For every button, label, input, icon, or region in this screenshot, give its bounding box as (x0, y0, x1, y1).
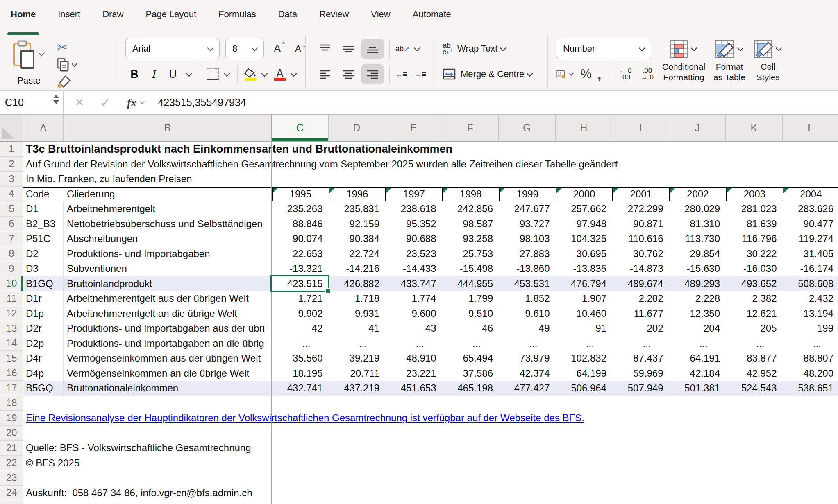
cell-E10[interactable]: 433.747 (385, 276, 442, 292)
cell-I10[interactable]: 489.674 (612, 276, 669, 292)
cell-I9[interactable]: -14.873 (612, 261, 669, 276)
cell-D14[interactable]: ... (329, 336, 386, 351)
cell-B5[interactable]: Arbeitnehmerentgelt (64, 201, 272, 217)
cell-D11[interactable]: 1.718 (329, 291, 386, 306)
cell-G17[interactable]: 477.427 (499, 381, 556, 396)
row-header-9[interactable]: 9 (0, 261, 23, 276)
column-header-E[interactable]: E (385, 115, 442, 142)
cell-J7[interactable]: 113.730 (669, 231, 726, 246)
cell-J12[interactable]: 12.350 (669, 306, 726, 321)
cell-B4[interactable]: Gliederung (64, 187, 272, 202)
cell-A17[interactable]: B5GQ (23, 381, 64, 396)
revision-analysis-link[interactable]: Eine Revisionsanalyse der Hauptindikator… (23, 411, 584, 426)
cell-C11[interactable]: 1.721 (272, 291, 329, 306)
cell-H16[interactable]: 64.199 (556, 366, 613, 381)
cell-D13[interactable]: 41 (329, 321, 386, 336)
cell-E16[interactable]: 23.221 (385, 366, 442, 381)
cell-D15[interactable]: 39.219 (329, 351, 386, 366)
cell-F10[interactable]: 444.955 (442, 276, 499, 292)
cell-D10[interactable]: 426.882 (329, 276, 386, 292)
row-header-7[interactable]: 7 (0, 231, 23, 246)
cell-J14[interactable]: ... (669, 336, 726, 351)
cell-C16[interactable]: 18.195 (272, 366, 329, 381)
freeze-pane-divider[interactable] (271, 115, 272, 504)
row-header-1[interactable]: 1 (0, 142, 23, 157)
font-color-chevron[interactable] (291, 70, 297, 77)
cell-K9[interactable]: -16.030 (726, 261, 783, 276)
cell-G5[interactable]: 247.677 (499, 201, 556, 217)
cell-J13[interactable]: 204 (669, 321, 726, 336)
cell-G4[interactable]: 1999 (499, 187, 556, 202)
cell-L15[interactable]: 88.807 (783, 351, 838, 366)
cell-F4[interactable]: 1998 (442, 187, 499, 202)
insert-function-icon[interactable]: fx (127, 96, 136, 109)
cell-J5[interactable]: 280.029 (669, 201, 726, 217)
cell-F16[interactable]: 37.586 (442, 366, 499, 381)
cell-A8[interactable]: D2 (23, 246, 64, 262)
cell-G12[interactable]: 9.610 (499, 306, 556, 321)
borders-button[interactable] (207, 68, 219, 80)
row-header-11[interactable]: 11 (0, 291, 23, 306)
paste-dropdown-chevron[interactable] (39, 50, 45, 57)
cell-J9[interactable]: -15.630 (669, 261, 726, 276)
cell-K17[interactable]: 524.543 (726, 381, 783, 396)
tab-data[interactable]: Data (278, 9, 297, 27)
cell-H11[interactable]: 1.907 (556, 291, 613, 306)
cell-E8[interactable]: 23.523 (385, 246, 442, 262)
cell-A13[interactable]: D2r (23, 321, 64, 336)
name-box[interactable]: C10 (0, 91, 64, 114)
cell-C5[interactable]: 235.263 (272, 201, 329, 217)
row-header-4[interactable]: 4 (0, 187, 23, 202)
cell-E14[interactable]: ... (385, 336, 442, 351)
tab-home[interactable]: Home (11, 9, 36, 27)
cell-H7[interactable]: 104.325 (556, 231, 613, 246)
cell-F17[interactable]: 465.198 (442, 381, 499, 396)
conditional-formatting-chevron[interactable] (691, 45, 697, 52)
cell-I17[interactable]: 507.949 (612, 381, 669, 396)
cell-B7[interactable]: Abschreibungen (64, 231, 272, 246)
cell-L5[interactable]: 283.626 (783, 201, 838, 217)
cell-C6[interactable]: 88.846 (272, 217, 329, 232)
align-center-button[interactable] (338, 64, 360, 84)
cell-G8[interactable]: 27.883 (499, 246, 556, 262)
cell-F14[interactable]: ... (442, 336, 499, 351)
row-header-18[interactable]: 18 (0, 396, 23, 411)
align-middle-button[interactable] (338, 39, 360, 59)
orientation-chevron[interactable] (414, 45, 420, 51)
underline-button[interactable]: U (165, 64, 181, 84)
cell-L9[interactable]: -16.174 (783, 261, 838, 276)
cell-E11[interactable]: 1.774 (385, 291, 442, 306)
cell-K16[interactable]: 42.952 (726, 366, 783, 381)
bold-button[interactable]: B (125, 64, 143, 84)
cell-H12[interactable]: 10.460 (556, 306, 613, 321)
column-header-A[interactable]: A (23, 115, 64, 142)
cell-K12[interactable]: 12.621 (726, 306, 783, 321)
cell-G16[interactable]: 42.374 (499, 366, 556, 381)
cell-H8[interactable]: 30.695 (556, 246, 613, 262)
copy-button[interactable] (57, 58, 78, 72)
row-header-15[interactable]: 15 (0, 351, 23, 366)
cell-F12[interactable]: 9.510 (442, 306, 499, 321)
cell-B16[interactable]: Vermögenseinkommen an die übrige Welt (64, 366, 272, 381)
cell-H9[interactable]: -13.835 (556, 261, 613, 276)
underline-chevron[interactable] (186, 70, 193, 77)
cell-E13[interactable]: 43 (385, 321, 442, 336)
cut-button[interactable]: ✂ (57, 41, 78, 54)
cell-I15[interactable]: 87.437 (612, 351, 669, 366)
cell-G9[interactable]: -13.860 (499, 261, 556, 276)
cell-D12[interactable]: 9.931 (329, 306, 386, 321)
cell-F7[interactable]: 93.258 (442, 231, 499, 246)
accounting-format-chevron[interactable] (569, 71, 574, 75)
cell-K13[interactable]: 205 (726, 321, 783, 336)
cell-styles-chevron[interactable] (776, 45, 782, 52)
increase-font-size-button[interactable]: A⌃ (274, 43, 281, 55)
format-as-table-chevron[interactable] (737, 45, 743, 52)
tab-formulas[interactable]: Formulas (218, 9, 256, 27)
name-box-stepper[interactable] (53, 95, 59, 104)
cell-D7[interactable]: 90.384 (329, 231, 386, 246)
cell-A16[interactable]: D4p (23, 366, 64, 381)
cell-L12[interactable]: 13.194 (783, 306, 838, 321)
cell-H17[interactable]: 506.964 (556, 381, 613, 396)
cell-F15[interactable]: 65.494 (442, 351, 499, 366)
cell-F8[interactable]: 25.753 (442, 246, 499, 262)
